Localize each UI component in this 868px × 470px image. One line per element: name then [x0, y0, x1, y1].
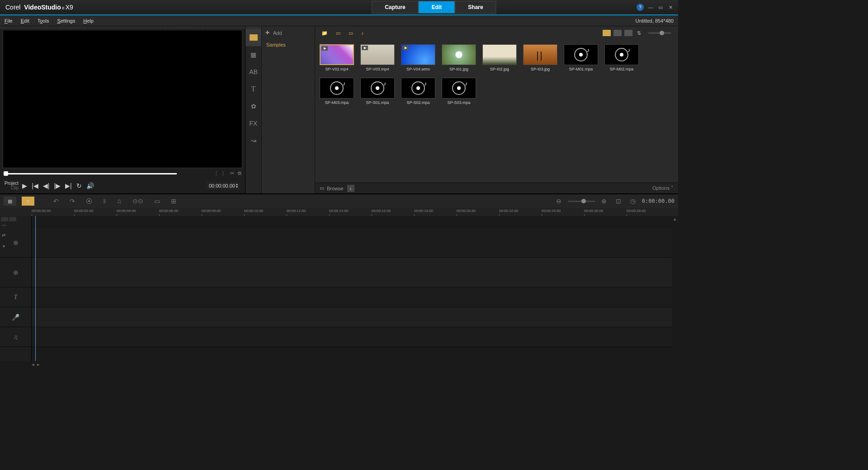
preview-video[interactable] — [3, 30, 242, 168]
tab-title[interactable]: AB — [245, 63, 261, 80]
go-end-button[interactable]: ▶| — [64, 181, 73, 190]
horizontal-scrollbar[interactable]: ◂ ▸ — [0, 361, 678, 367]
play-button[interactable]: ▶ — [21, 181, 28, 190]
library-item[interactable]: SP-I02.jpg — [482, 44, 517, 71]
track-head-overlay[interactable]: ⊛ — [0, 258, 31, 287]
multi-view-button[interactable]: ⊞ — [168, 197, 179, 206]
maximize-button[interactable]: ▭ — [657, 4, 664, 10]
split-icon[interactable]: ✂ — [230, 170, 234, 177]
zoom-out-button[interactable]: ⊖ — [553, 197, 564, 206]
add-folder-button[interactable]: ✚ Add — [262, 26, 315, 39]
tab-transition[interactable]: ▦ — [245, 46, 261, 63]
track-body[interactable] — [32, 216, 672, 361]
track-lane-title[interactable] — [32, 287, 672, 307]
zoom-in-button[interactable]: ⊕ — [599, 197, 609, 206]
track-head-voice[interactable]: 🎤 — [0, 307, 31, 327]
collapse-sidebar-button[interactable]: ‹ — [347, 185, 354, 192]
library-item[interactable]: SP-I03.jpg — [523, 44, 557, 71]
vertical-scrollbar[interactable]: ▴ — [672, 216, 678, 361]
track-lane-voice[interactable] — [32, 307, 672, 327]
track-toggle-2[interactable] — [9, 217, 16, 221]
mark-in-icon[interactable]: 〔 — [213, 170, 218, 177]
tab-path[interactable]: ↝ — [245, 132, 261, 149]
track-options-button[interactable]: ▾ — [2, 241, 5, 250]
sort-button[interactable]: ⇅ — [635, 29, 643, 37]
timeline-ruler[interactable]: 00:00:00.0000:00:02.0000:00:04.0000:00:0… — [0, 208, 678, 216]
library-thumbnail[interactable] — [523, 44, 557, 65]
menu-edit[interactable]: Edit — [21, 18, 29, 24]
library-item[interactable]: ▶SP-V04.wmv — [401, 44, 435, 71]
library-item[interactable]: ♪SP-S01.mpa — [360, 78, 395, 105]
track-motion-button[interactable]: ⊙⊙ — [130, 197, 146, 206]
track-lane-music[interactable] — [32, 327, 672, 347]
timeline-view-button[interactable]: ≡ — [22, 197, 34, 206]
tab-filter[interactable]: FX — [245, 115, 261, 132]
menu-settings[interactable]: Settings — [57, 18, 75, 24]
options-button[interactable]: Options ˄ — [652, 185, 674, 191]
library-item[interactable]: ♪SP-S02.mpa — [401, 78, 435, 105]
help-icon[interactable]: ? — [637, 4, 644, 11]
snapshot-icon[interactable]: ⧉ — [238, 170, 241, 177]
view-details-button[interactable] — [624, 30, 632, 36]
library-thumbnail[interactable]: ♪ — [360, 78, 395, 99]
next-frame-button[interactable]: |▶ — [53, 181, 61, 190]
minimize-button[interactable]: — — [647, 4, 654, 10]
menu-help[interactable]: Help — [83, 18, 94, 24]
auto-music-button[interactable]: ♫ — [114, 197, 124, 206]
project-duration-icon[interactable]: ◷ — [627, 197, 638, 206]
preview-timecode[interactable]: 00:00:00.00▴▾ — [206, 182, 241, 190]
library-item[interactable]: ♪SP-M02.mpa — [604, 44, 639, 71]
redo-button[interactable]: ↷ — [67, 197, 78, 206]
menu-tools[interactable]: Tools — [38, 18, 49, 24]
timeline-zoom-slider[interactable] — [568, 201, 595, 202]
library-thumbnail[interactable]: ♪ — [320, 78, 354, 99]
folder-samples[interactable]: Samples — [262, 39, 315, 50]
filter-photo-button[interactable]: ▭ — [347, 29, 355, 37]
mode-tab-share[interactable]: Share — [455, 1, 496, 14]
library-thumbnail[interactable]: ♪ — [564, 44, 598, 65]
scroll-left-icon[interactable]: ◂ — [32, 362, 37, 367]
undo-button[interactable]: ↶ — [51, 197, 61, 206]
tab-graphic[interactable]: ✿ — [245, 98, 261, 115]
track-toggle-1[interactable] — [1, 217, 8, 221]
track-lane-video[interactable] — [32, 228, 672, 258]
filter-video-button[interactable]: ▭ — [334, 29, 342, 37]
filter-audio-button[interactable]: ♪ — [359, 29, 366, 37]
scroll-up-icon[interactable]: ▴ — [672, 216, 678, 222]
go-start-button[interactable]: |◀ — [31, 181, 39, 190]
library-item[interactable]: ▶SP-V03.mp4 — [360, 44, 395, 71]
prev-frame-button[interactable]: ◀| — [42, 181, 51, 190]
volume-button[interactable]: 🔊 — [85, 181, 95, 190]
close-button[interactable]: ✕ — [667, 4, 674, 10]
import-folder-button[interactable]: 📁 — [320, 29, 330, 37]
menu-file[interactable]: File — [5, 18, 13, 24]
audio-mixer-button[interactable]: ⫴ — [100, 197, 108, 206]
track-lane-overlay[interactable] — [32, 258, 672, 287]
library-item[interactable]: ♪SP-M01.mpa — [564, 44, 598, 71]
preview-mode-label[interactable]: Project Clip — [5, 181, 19, 190]
zoom-thumb[interactable] — [660, 31, 664, 35]
tab-media[interactable] — [245, 29, 261, 46]
library-thumbnail[interactable]: ▶ — [360, 44, 395, 65]
playhead[interactable] — [35, 216, 36, 361]
subtitle-button[interactable]: ▭ — [151, 197, 163, 206]
track-head-title[interactable]: T — [0, 287, 31, 307]
library-item[interactable]: ▶SP-V02.mp4 — [320, 44, 354, 71]
tab-text[interactable]: T — [245, 80, 261, 98]
mode-tab-edit[interactable]: Edit — [419, 1, 455, 14]
fit-project-button[interactable]: ⊡ — [613, 197, 624, 206]
scrub-thumb[interactable] — [4, 171, 8, 176]
view-list-button[interactable] — [613, 30, 622, 36]
scrub-track[interactable] — [4, 173, 177, 174]
mode-tab-capture[interactable]: Capture — [372, 1, 418, 14]
library-thumbnail[interactable] — [482, 44, 517, 65]
thumb-zoom-slider[interactable] — [648, 32, 671, 34]
track-head-music[interactable]: ♫ — [0, 327, 31, 347]
library-item[interactable]: ♪SP-M03.mpa — [320, 78, 354, 105]
view-thumbnails-button[interactable] — [603, 30, 611, 36]
library-item[interactable]: SP-I01.jpg — [442, 44, 476, 71]
ripple-edit-button[interactable]: ⇄ — [2, 230, 5, 240]
library-thumbnail[interactable]: ♪ — [401, 78, 435, 99]
browse-button[interactable]: ▭ Browse — [320, 185, 344, 191]
record-button[interactable]: ⦿ — [83, 197, 95, 206]
